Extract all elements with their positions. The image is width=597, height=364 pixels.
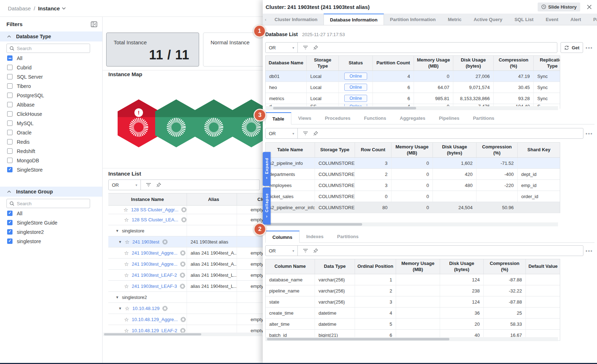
pin-icon[interactable] (313, 45, 318, 50)
filter-icon[interactable] (303, 249, 308, 253)
close-icon[interactable] (587, 4, 592, 10)
pin-icon[interactable] (313, 131, 318, 136)
checkbox-unchecked[interactable] (7, 120, 13, 126)
tab-event[interactable]: Event (539, 14, 564, 25)
table-row[interactable]: alter_timedatetime52058.33 (266, 319, 560, 330)
tab-aggregates[interactable]: Aggregates (393, 112, 432, 124)
column-header-row-count[interactable]: Row Count (355, 143, 391, 157)
scrollbar-thumb[interactable] (266, 223, 362, 226)
column-header-disk-usage-bytes-[interactable]: Disk Usage (bytes) (440, 259, 484, 274)
table-row[interactable]: s2_pipeline_error_infoCOLUMNSTORE80024,5… (266, 202, 560, 213)
instance-name-link[interactable]: 241 1903test_Aggre... (132, 261, 177, 267)
instance-row[interactable]: ▼☆241 1903test241 1903test alias (108, 236, 263, 247)
collapse-button[interactable]: Collapse › (263, 187, 271, 225)
tab-procedures[interactable]: Procedures (318, 112, 357, 124)
checkbox-item-singlestore2[interactable]: singlestore2 (7, 229, 58, 235)
instance-row[interactable]: ▼singlestore2 (108, 292, 263, 303)
instance-row[interactable]: ☆128 SS Cluster_Aggr...empty (108, 206, 263, 214)
column-header-table-name[interactable]: Table Name (266, 143, 315, 157)
table-row[interactable]: database_namevarchar(256)1124-87.88 (266, 274, 560, 285)
table-row[interactable]: create_timedatetime43625 (266, 308, 560, 319)
column-header-instance-name[interactable]: Instance Name (108, 193, 187, 205)
slide-history-button[interactable]: Slide History (538, 3, 580, 11)
caret-down-icon[interactable]: ▼ (118, 240, 122, 244)
checkbox-checked[interactable] (7, 167, 13, 172)
checkbox-item-singlestore-guide[interactable]: SingleStore Guide (7, 220, 58, 225)
checkbox-unchecked[interactable] (7, 74, 13, 79)
checkbox-item-cubrid[interactable]: Cubrid (7, 65, 44, 70)
checkbox-item-singlestore[interactable]: SingleStore (7, 167, 44, 172)
instance-group-search-input[interactable] (17, 201, 87, 206)
table-row[interactable]: pipeline_namevarchar(256)2238-32.22 (266, 285, 560, 296)
star-icon[interactable]: ☆ (124, 317, 129, 322)
star-icon[interactable]: ☆ (123, 207, 128, 212)
more-options-icon[interactable]: ••• (586, 45, 593, 51)
instance-row[interactable]: ☆10.10.48.129_Aggre...empty (108, 314, 263, 325)
star-icon[interactable]: ☆ (124, 217, 129, 222)
table-row[interactable]: departmentsCOLUMNSTORE20420-400dept_id (266, 169, 560, 180)
column-header-memory-usage-mb-[interactable]: Memory Usage (MB) (396, 259, 440, 274)
database-table-horizontal-scrollbar[interactable] (265, 106, 558, 110)
caret-down-icon[interactable]: ▼ (118, 306, 122, 310)
instance-name-link[interactable]: 10.10.48.129_Aggre... (132, 317, 178, 322)
checkbox-item-mysql[interactable]: MySQL (7, 120, 44, 126)
checkbox-unchecked[interactable] (7, 102, 13, 107)
instance-name-link[interactable]: 241 1903test_LEAF-3 (132, 284, 177, 289)
column-header-partition-count[interactable]: Partition Count (373, 56, 414, 70)
checkbox-item-sql-server[interactable]: SQL Server (7, 74, 44, 79)
table-row[interactable]: db01LocalOnline4027,00647.19Sync (266, 71, 560, 82)
star-icon[interactable]: ☆ (125, 306, 129, 311)
more-options-icon[interactable]: ••• (586, 131, 593, 137)
total-instance-card[interactable]: Total Instance 11 / 11 (106, 33, 199, 67)
pin-icon[interactable] (313, 248, 318, 253)
checkbox-item-all[interactable]: All (7, 211, 58, 216)
table-row[interactable]: statevarchar(256)3124-87.88 (266, 296, 560, 308)
column-header-database-name[interactable]: Database Name (266, 56, 307, 70)
get-button[interactable]: Get (561, 42, 583, 53)
star-icon[interactable]: ☆ (125, 239, 129, 245)
checkbox-item-clickhouse[interactable]: ClickHouse (7, 111, 44, 117)
column-header-compression-[interactable]: Compression (%) (484, 259, 526, 274)
checkbox-checked[interactable] (7, 238, 13, 244)
column-header-replication-type[interactable]: Replication Type (534, 56, 560, 70)
instance-name-link[interactable]: 241 1903test_Aggre... (132, 250, 177, 256)
section-header-instance-group[interactable]: Instance Group (0, 187, 102, 197)
checkbox-item-tibero[interactable]: Tibero (7, 83, 44, 89)
breadcrumb-section[interactable]: Database (8, 5, 31, 11)
table-row[interactable]: ticket_salesCOLUMNSTORE00order_id (266, 191, 560, 202)
tab-indexes[interactable]: Indexes (300, 231, 330, 242)
checkbox-item-redshift[interactable]: Redshift (7, 148, 44, 154)
instance-row[interactable]: ☆241 1903test_Aggre...alias 241 1904test… (108, 259, 263, 270)
filter-operator-select[interactable]: OR▾ (266, 246, 298, 256)
instance-list-horizontal-scrollbar[interactable] (103, 333, 262, 336)
filter-operator-select[interactable]: OR▾ (109, 180, 141, 190)
checkbox-item-redis[interactable]: Redis (7, 139, 44, 144)
instance-hexagon-error[interactable]: ! (118, 99, 160, 147)
table-list-horizontal-scrollbar[interactable] (265, 222, 558, 226)
tab-active-query[interactable]: Active Query (468, 14, 508, 25)
scrollbar-thumb[interactable] (273, 107, 416, 109)
normal-instance-card[interactable]: Normal Instance (203, 33, 263, 67)
column-header-column-name[interactable]: Column Name (266, 259, 315, 274)
checkbox-unchecked[interactable] (7, 111, 13, 117)
instance-row[interactable]: ☆241 1903test_LEAF-3alias 241 1904test_L… (108, 281, 263, 292)
chevron-down-icon[interactable] (62, 7, 66, 10)
instance-row[interactable]: ☆241 1903test_Aggre...alias 241 1904test… (108, 247, 263, 259)
more-options-icon[interactable]: ••• (586, 248, 593, 254)
checkbox-indeterminate[interactable] (7, 55, 13, 61)
star-icon[interactable]: ☆ (124, 272, 129, 278)
tab-views[interactable]: Views (291, 112, 318, 124)
column-header-storage-type[interactable]: Storage Type (307, 56, 339, 70)
instance-row[interactable]: ☆128 SS Cluster_LEA...empty (108, 214, 263, 225)
pin-icon[interactable] (156, 182, 161, 187)
checkbox-unchecked[interactable] (7, 83, 13, 89)
checkbox-unchecked[interactable] (7, 65, 13, 70)
checkbox-item-postgresql[interactable]: PostgreSQL (7, 93, 44, 98)
tab-table[interactable]: Table (265, 112, 291, 124)
star-icon[interactable]: ☆ (124, 284, 129, 289)
instance-name-link[interactable]: 10.10.48.129 (132, 306, 159, 311)
instance-row[interactable]: ▼singlestore (108, 225, 263, 236)
table-row[interactable]: heoLocalOnline664.079,071,57430.45Sync (266, 82, 560, 93)
star-icon[interactable]: ☆ (124, 250, 129, 256)
section-header-database-type[interactable]: Database Type (0, 31, 102, 41)
